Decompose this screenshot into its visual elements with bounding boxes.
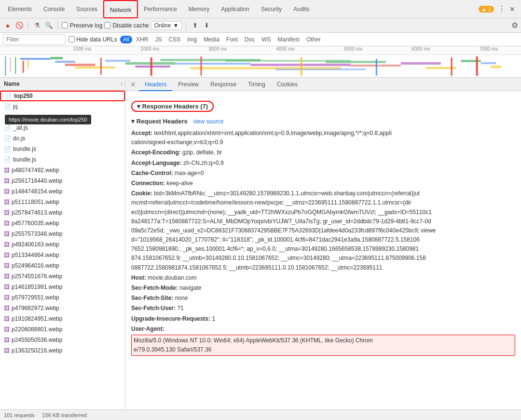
disable-cache-checkbox[interactable]: Disable cache: [104, 22, 149, 29]
file-icon-html: 📄: [5, 93, 12, 99]
main-area: Name ↕ 📄 top250 https://movie.douban.com…: [0, 78, 521, 409]
file-item-img4[interactable]: 🖼 p511118051.webp: [0, 197, 125, 207]
file-item-bundle1[interactable]: 📄 bundle.js: [0, 144, 125, 154]
detail-tab-preview[interactable]: Preview: [172, 78, 205, 91]
file-item-img7[interactable]: 🖼 p2557573348.webp: [0, 229, 125, 239]
file-icon-js-4: 📄: [4, 135, 11, 142]
settings-icon[interactable]: ⚙: [511, 21, 518, 30]
file-item-img11[interactable]: 🖼 p2574551676.webp: [0, 271, 125, 282]
request-headers-label[interactable]: Request Headers: [137, 118, 188, 125]
filter-type-xhr[interactable]: XHR: [133, 36, 151, 43]
filter-type-ws[interactable]: WS: [259, 36, 274, 43]
file-icon-js-5: 📄: [4, 146, 11, 152]
filter-button[interactable]: ⚗: [32, 21, 42, 30]
preserve-log-checkbox[interactable]: Preserve log: [62, 22, 102, 29]
file-icon-img-5: 🖼: [4, 209, 10, 216]
svg-rect-4: [23, 61, 24, 73]
timeline-ruler: 1000 ms 2000 ms 3000 ms 4000 ms 5000 ms …: [0, 46, 521, 55]
tab-security[interactable]: Security: [255, 0, 288, 18]
ruler-mark-3: 3000 ms: [208, 46, 227, 52]
response-headers-title[interactable]: ▾ Response Headers (7): [131, 101, 214, 112]
file-item-img9[interactable]: 🖼 p513344864.webp: [0, 250, 125, 260]
devtools-right-icons: ▲ 1 ⋮ ✕: [479, 4, 519, 14]
tab-console[interactable]: Console: [38, 0, 70, 18]
svg-rect-18: [200, 56, 202, 76]
ruler-mark-4: 4000 ms: [276, 46, 294, 52]
view-source-link[interactable]: view source: [193, 118, 223, 125]
file-item-img14[interactable]: 🖼 p479682972.webp: [0, 303, 125, 313]
tab-elements[interactable]: Elements: [2, 0, 38, 18]
file-item-img12[interactable]: 🖼 p1461851991.webp: [0, 282, 125, 292]
header-cookie: Cookie: bid=3kMmATfbRNo; __utmz=30149280…: [131, 189, 515, 272]
request-headers-section: ▾ Request Headers view source: [131, 118, 515, 125]
file-item-img18[interactable]: 🖼 p1363250216.webp: [0, 345, 125, 356]
detail-tab-timing[interactable]: Timing: [242, 78, 271, 91]
tab-sources[interactable]: Sources: [70, 0, 103, 18]
filter-type-media[interactable]: Media: [201, 36, 222, 43]
filter-type-other[interactable]: Other: [303, 36, 324, 43]
ruler-mark-6: 6000 ms: [411, 46, 430, 52]
more-icon[interactable]: ⋮: [498, 4, 506, 14]
tab-memory[interactable]: Memory: [183, 0, 215, 18]
hide-data-urls-checkbox[interactable]: Hide data URLs: [69, 36, 117, 43]
file-icon-img-13: 🖼: [4, 294, 10, 301]
file-item-img10[interactable]: 🖼 p524964016.webp: [0, 260, 125, 271]
timeline-area: 1000 ms 2000 ms 3000 ms 4000 ms 5000 ms …: [0, 46, 521, 78]
file-item-img2[interactable]: 🖼 p2561716440.webp: [0, 176, 125, 186]
file-item-img3[interactable]: 🖼 p1484748154.webp: [0, 186, 125, 197]
toolbar-separator-3: [186, 21, 186, 30]
svg-rect-26: [401, 62, 441, 65]
export-har-button[interactable]: ⬇: [202, 21, 211, 30]
filter-type-all[interactable]: All: [120, 36, 132, 43]
filter-type-js[interactable]: JS: [152, 36, 165, 43]
filter-type-doc[interactable]: Doc: [242, 36, 258, 43]
filter-type-css[interactable]: CSS: [165, 36, 183, 43]
file-item-top250[interactable]: 📄 top250: [0, 91, 125, 101]
response-headers-section: ▾ Response Headers (7): [131, 97, 515, 114]
file-item-img17[interactable]: 🖼 p2455050536.webp: [0, 335, 125, 345]
clear-button[interactable]: 🚫: [14, 21, 24, 30]
tab-audits[interactable]: Audits: [288, 0, 315, 18]
header-host: Host: movie.douban.com: [131, 273, 515, 283]
detail-tab-response[interactable]: Response: [205, 78, 242, 91]
throttle-select[interactable]: Online ▼: [151, 21, 182, 30]
svg-rect-7: [55, 61, 75, 63]
tab-performance[interactable]: Performance: [138, 0, 183, 18]
file-icon-img-2: 🖼: [4, 177, 10, 184]
filter-type-font[interactable]: Font: [223, 36, 241, 43]
close-icon[interactable]: ✕: [509, 5, 515, 13]
file-item-img1[interactable]: 🖼 p480747492.webp: [0, 165, 125, 176]
network-toolbar: ● 🚫 ⚗ 🔍 Preserve log Disable cache Onlin…: [0, 18, 521, 33]
file-icon-js-6: 📄: [4, 156, 11, 163]
record-button[interactable]: ●: [3, 21, 13, 30]
svg-rect-22: [301, 57, 302, 76]
svg-rect-13: [135, 66, 170, 68]
svg-rect-32: [491, 66, 501, 68]
filter-type-img[interactable]: Img: [184, 36, 200, 43]
detail-tab-cookies[interactable]: Cookies: [271, 78, 303, 91]
filter-type-manifest[interactable]: Manifest: [275, 36, 302, 43]
file-item-img16[interactable]: 🖼 p2206088801.webp: [0, 324, 125, 335]
detail-tab-headers[interactable]: Headers: [139, 78, 172, 91]
svg-rect-25: [376, 59, 377, 76]
file-item-img15[interactable]: 🖼 p1910824951.webp: [0, 313, 125, 324]
headers-content: ▾ Response Headers (7) ▾ Request Headers…: [125, 91, 521, 409]
tab-network[interactable]: Network: [103, 0, 138, 18]
svg-rect-14: [151, 57, 152, 76]
file-list-scroll-button[interactable]: ↕: [120, 81, 123, 87]
file-item-dojs[interactable]: 📄 do.js: [0, 133, 125, 144]
detail-close-button[interactable]: ✕: [127, 78, 139, 91]
filter-input[interactable]: [3, 34, 66, 45]
search-button[interactable]: 🔍: [44, 21, 54, 30]
file-item-img5[interactable]: 🖼 p2578474613.webp: [0, 207, 125, 218]
svg-rect-0: [5, 56, 6, 76]
header-upgrade-insecure: Upgrade-Insecure-Requests: 1: [131, 314, 515, 324]
file-item-img8[interactable]: 🖼 p492406163.webp: [0, 239, 125, 250]
file-item-img13[interactable]: 🖼 p579729551.webp: [0, 292, 125, 303]
file-list-header: Name ↕: [0, 78, 125, 91]
file-item-img6[interactable]: 🖼 p457760035.webp: [0, 218, 125, 229]
import-har-button[interactable]: ⬆: [190, 21, 200, 30]
file-item-jq[interactable]: 📄 jq: [0, 101, 125, 112]
file-item-bundle2[interactable]: 📄 bundle.js: [0, 154, 125, 165]
tab-application[interactable]: Application: [215, 0, 255, 18]
